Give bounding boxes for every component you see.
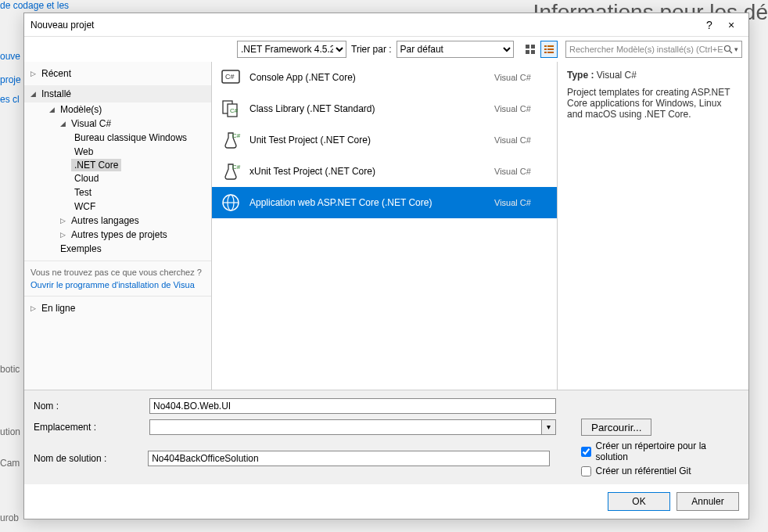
svg-rect-8 [544, 52, 547, 53]
titlebar: Nouveau projet ? × [24, 13, 748, 37]
template-lang: Visual C# [494, 198, 549, 207]
chevron-right-icon: ▷ [60, 217, 68, 225]
solution-input[interactable] [148, 451, 549, 466]
chevron-right-icon: ▷ [60, 231, 68, 239]
svg-rect-0 [526, 45, 529, 49]
location-label: Emplacement : [34, 422, 143, 433]
sort-select[interactable]: Par défaut [397, 41, 514, 58]
name-input[interactable] [149, 398, 556, 414]
tree-models[interactable]: ◢ Modèle(s) [38, 102, 205, 117]
svg-text:C#: C# [232, 132, 241, 139]
classlib-icon: C# [220, 98, 242, 120]
sidebar: ▷ Récent ◢ Installé ◢ Modèle(s) ◢ Visua [24, 62, 212, 390]
tree-leaf-selected[interactable]: .NET Core [71, 159, 121, 171]
tree-other-proj[interactable]: ▷ Autres types de projets [38, 228, 205, 242]
tree-leaf[interactable]: Bureau classique Windows [60, 131, 205, 145]
template-name: xUnit Test Project (.NET Core) [249, 166, 486, 177]
template-item[interactable]: Application web ASP.NET Core (.NET Core)… [212, 187, 557, 218]
tree-examples[interactable]: ▷ Exemples [38, 242, 205, 256]
svg-rect-9 [547, 52, 554, 53]
svg-text:C#: C# [230, 107, 239, 114]
sort-label: Trier par : [351, 44, 392, 55]
view-medium-icons[interactable] [522, 41, 539, 58]
tree-csharp[interactable]: ◢ Visual C# [38, 117, 205, 131]
sidebar-installed[interactable]: ◢ Installé [24, 85, 211, 102]
info-pane: Type : Visual C# Project templates for c… [558, 62, 748, 390]
template-lang: Visual C# [494, 104, 549, 113]
new-project-dialog: Nouveau projet ? × .NET Framework 4.5.2 … [23, 13, 749, 519]
location-input[interactable] [149, 419, 542, 435]
svg-rect-3 [531, 50, 535, 54]
browse-button[interactable]: Parcourir... [581, 419, 651, 436]
sidebar-recent[interactable]: ▷ Récent [31, 66, 205, 81]
template-name: Unit Test Project (.NET Core) [249, 135, 486, 146]
name-label: Nom : [34, 401, 143, 412]
dialog-title: Nouveau projet [31, 20, 698, 31]
svg-rect-1 [531, 45, 535, 49]
type-value: Visual C# [597, 70, 637, 81]
template-name: Console App (.NET Core) [249, 72, 486, 83]
location-dropdown[interactable]: ▾ [542, 419, 556, 435]
svg-point-10 [725, 46, 730, 52]
svg-text:C#: C# [225, 73, 235, 81]
bg-link: es cl [0, 94, 20, 105]
dropdown-icon[interactable]: ▾ [734, 45, 738, 53]
console-icon: C# [220, 66, 242, 88]
bg-link: ouve [0, 51, 20, 62]
cancel-button[interactable]: Annuler [676, 492, 739, 511]
create-git-checkbox[interactable]: Créer un référentiel Git [581, 466, 739, 476]
help-button[interactable]: ? [698, 19, 720, 31]
tree-leaf[interactable]: Web [60, 145, 205, 159]
close-button[interactable]: × [720, 19, 742, 31]
template-item[interactable]: C#Class Library (.NET Standard)Visual C# [212, 93, 557, 124]
template-name: Class Library (.NET Standard) [249, 103, 486, 114]
solution-label: Nom de solution : [34, 453, 142, 464]
template-name: Application web ASP.NET Core (.NET Core) [249, 197, 486, 208]
bg-link: proje [0, 74, 21, 85]
bg-link: de codage et les [0, 0, 69, 11]
template-lang: Visual C# [494, 135, 549, 145]
tree-other-lang[interactable]: ▷ Autres langages [38, 214, 205, 228]
bg-text: ution [0, 426, 20, 437]
framework-select[interactable]: .NET Framework 4.5.2 [237, 41, 346, 58]
template-item[interactable]: C#Console App (.NET Core)Visual C# [212, 62, 557, 93]
tree-leaf[interactable]: Cloud [60, 171, 205, 185]
svg-line-11 [730, 51, 732, 53]
svg-rect-6 [544, 49, 547, 50]
svg-rect-5 [547, 45, 554, 47]
template-list: C#Console App (.NET Core)Visual C#C#Clas… [212, 62, 558, 390]
tree-leaf[interactable]: Test [60, 185, 205, 200]
view-list[interactable] [540, 41, 558, 58]
test-icon: C# [220, 129, 242, 151]
template-lang: Visual C# [494, 73, 549, 82]
svg-rect-2 [526, 50, 529, 54]
bg-text: botic [0, 364, 20, 375]
test-icon: C# [220, 160, 242, 182]
template-description: Project templates for creating ASP.NET C… [567, 87, 739, 120]
search-input[interactable]: Rechercher Modèle(s) installé(s) (Ctrl+E… [565, 41, 742, 58]
template-lang: Visual C# [494, 167, 549, 176]
svg-text:C#: C# [232, 164, 241, 171]
tree-leaf[interactable]: WCF [60, 200, 205, 214]
bg-text: Cam [0, 458, 20, 469]
chevron-down-icon: ◢ [49, 106, 57, 113]
template-item[interactable]: C#xUnit Test Project (.NET Core)Visual C… [212, 156, 557, 187]
search-placeholder: Rechercher Modèle(s) installé(s) (Ctrl+E [569, 45, 723, 54]
svg-rect-4 [544, 45, 547, 47]
toolbar: .NET Framework 4.5.2 Trier par : Par déf… [24, 37, 748, 62]
help-question: Vous ne trouvez pas ce que vous cherchez… [31, 268, 202, 277]
search-icon [723, 45, 733, 54]
web-icon [220, 192, 242, 214]
bg-text: urob [0, 512, 19, 523]
create-directory-checkbox[interactable]: Créer un répertoire pour la solution [581, 440, 739, 462]
chevron-right-icon: ▷ [31, 70, 38, 77]
chevron-down-icon: ◢ [31, 90, 38, 98]
sidebar-online[interactable]: ▷ En ligne [31, 301, 205, 315]
form-area: Nom : Emplacement : ▾ Parcourir... Nom d… [24, 390, 748, 484]
ok-button[interactable]: OK [608, 492, 670, 511]
type-label: Type : [567, 70, 594, 81]
template-item[interactable]: C#Unit Test Project (.NET Core)Visual C# [212, 124, 557, 156]
chevron-down-icon: ◢ [60, 120, 68, 128]
open-installer-link[interactable]: Ouvrir le programme d'installation de Vi… [31, 280, 205, 289]
svg-rect-7 [547, 49, 554, 50]
